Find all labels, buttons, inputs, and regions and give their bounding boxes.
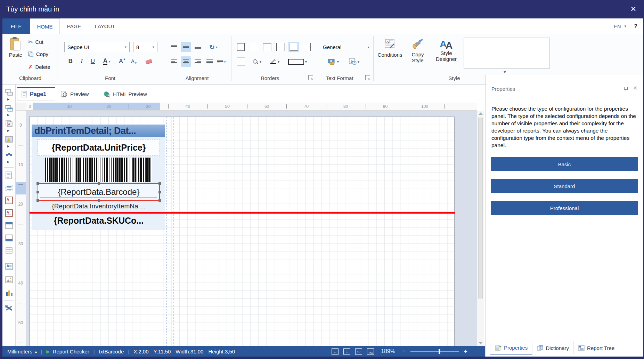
scroll-up-arrow[interactable] [479, 112, 483, 115]
resize-handle[interactable] [36, 191, 39, 193]
all-borders-button[interactable] [236, 42, 246, 52]
standard-config-button[interactable]: Standard [491, 179, 638, 193]
tab-page[interactable]: PAGE [60, 18, 88, 34]
align-left-button[interactable] [169, 56, 179, 67]
zoom-slider-thumb[interactable] [439, 349, 440, 354]
text-format-dialog-launcher[interactable]: ↘ [365, 75, 370, 80]
zoom-slider[interactable] [410, 351, 459, 352]
text-format-select[interactable]: General ▾ [321, 42, 372, 52]
close-icon[interactable]: ✕ [633, 85, 637, 91]
bottom-border-button[interactable] [288, 42, 299, 52]
pin-icon[interactable] [624, 87, 628, 91]
shapes-dropdown-arrow[interactable]: ▶ [7, 145, 9, 148]
tables-tool[interactable] [5, 104, 14, 113]
text-rotation-button[interactable]: ↻ ▾ [205, 42, 221, 52]
units-selector[interactable]: Millimeters ▴ [7, 349, 37, 354]
bold-button[interactable]: B [66, 56, 75, 66]
resize-handle[interactable] [98, 182, 100, 185]
border-style-button[interactable]: ▾ [285, 56, 310, 67]
cut-button[interactable]: ✂ Cut [28, 39, 43, 45]
tab-file[interactable]: FILE [2, 18, 30, 34]
underline-button[interactable]: U [88, 56, 97, 66]
close-icon[interactable]: ✕ [630, 5, 636, 13]
style-gallery-dropdown[interactable]: ▼ [503, 70, 507, 74]
text-a-tool[interactable]: A [5, 262, 14, 271]
data-band-header[interactable]: dbPrintTemDetail; Dat... [32, 125, 165, 137]
align-center-button[interactable] [181, 56, 191, 67]
align-middle-button[interactable] [181, 42, 191, 52]
unit-price-textbox[interactable]: {ReportData.UnitPrice} [38, 139, 160, 156]
border-color-button[interactable]: ▾ [267, 56, 282, 67]
font-size-select[interactable]: 8 ▾ [133, 42, 157, 52]
resize-handle[interactable] [158, 191, 161, 193]
horizontal-line-shape[interactable] [30, 212, 455, 214]
zoom-in-button[interactable]: + [464, 348, 467, 355]
font-family-select[interactable]: Segoe UI ▾ [64, 42, 130, 52]
vertical-scrollbar[interactable] [477, 111, 484, 346]
zoom-out-button[interactable]: − [402, 348, 406, 355]
infographics-tool[interactable]: A [5, 119, 14, 128]
components-dropdown-arrow[interactable]: ▶ [7, 160, 9, 163]
shrink-font-button[interactable]: A ▼ [129, 56, 139, 66]
align-right-button[interactable] [193, 56, 203, 67]
components-tool[interactable] [5, 151, 14, 160]
borders-dialog-launcher[interactable]: ↘ [308, 75, 313, 80]
fit-whole-page-button[interactable]: ▭ [355, 348, 362, 355]
report-page[interactable]: dbPrintTemDetail; Dat... {ReportData.Uni… [29, 117, 455, 346]
rich-text-2-tool[interactable]: A [5, 208, 14, 217]
bands-tool[interactable] [5, 88, 14, 97]
left-border-button[interactable] [275, 42, 286, 52]
tab-report-tree[interactable]: Report Tree [574, 341, 619, 354]
basic-config-button[interactable]: Basic [491, 157, 638, 171]
shapes-tool[interactable] [5, 135, 14, 144]
grow-font-button[interactable]: A ▲ [117, 56, 128, 66]
outside-border-button[interactable] [236, 56, 246, 67]
style-gallery[interactable] [464, 38, 550, 69]
scroll-down-arrow[interactable] [479, 342, 483, 344]
copy-button[interactable]: Copy [28, 51, 48, 57]
resize-handle[interactable] [158, 182, 161, 185]
delete-button[interactable]: ✗ Delete [28, 64, 50, 70]
currency-format-button[interactable]: ▾ [325, 56, 342, 67]
bands-dropdown-arrow[interactable]: ▶ [7, 98, 9, 101]
tab-properties[interactable]: Properties [490, 341, 532, 354]
panel-footer-tool[interactable] [5, 233, 14, 242]
italic-button[interactable]: I [77, 56, 86, 66]
text-tool[interactable] [5, 171, 14, 180]
font-color-button[interactable]: A ▾ [99, 56, 114, 66]
txtBarcode-selected-textbox[interactable]: {ReportData.Barcode} [38, 183, 160, 201]
tab-preview[interactable]: Preview [57, 87, 98, 101]
align-bottom-button[interactable] [193, 42, 203, 52]
chart-tool[interactable] [5, 288, 14, 297]
text-block-tool[interactable] [5, 183, 14, 192]
tools-button[interactable] [5, 304, 14, 313]
inventory-name-textbox[interactable]: {ReportData.InventoryItemNa ... [38, 201, 160, 211]
barcode-component[interactable] [45, 158, 152, 182]
professional-config-button[interactable]: Professional [491, 201, 638, 215]
tab-html-preview[interactable]: HTML Preview [99, 87, 158, 101]
align-top-button[interactable] [169, 42, 179, 52]
fit-page-width-button[interactable]: ↔ [332, 348, 339, 355]
image-tool[interactable] [5, 275, 14, 284]
tab-dictionary[interactable]: Dictionary [532, 341, 574, 354]
paste-button[interactable]: Paste [7, 37, 24, 57]
report-checker-button[interactable]: ▶ Report Checker [47, 349, 89, 354]
tab-page1[interactable]: Page1 [17, 87, 55, 101]
conditions-button[interactable]: A Conditions [377, 38, 403, 57]
no-borders-button[interactable] [249, 42, 259, 52]
fill-color-button[interactable]: ▾ [249, 56, 264, 67]
rich-text-tool[interactable]: A [5, 196, 14, 205]
infographics-dropdown-arrow[interactable]: ▶ [7, 129, 9, 132]
number-format-button[interactable]: 5 ▾ [346, 56, 362, 67]
scrollbar-thumb[interactable] [478, 118, 483, 298]
tab-home[interactable]: HOME [30, 18, 60, 34]
word-wrap-button[interactable]: ↵ [217, 56, 228, 67]
table-tool[interactable] [5, 246, 14, 255]
clear-format-button[interactable] [143, 56, 155, 66]
tables-dropdown-arrow[interactable]: ▶ [7, 113, 9, 117]
tab-layout[interactable]: LAYOUT [88, 18, 122, 34]
fit-page-height-button[interactable]: ↕ [343, 348, 350, 355]
copy-style-button[interactable]: Copy Style [407, 38, 429, 64]
panel-header-tool[interactable] [5, 221, 14, 230]
sku-code-textbox[interactable]: {ReportData.SKUCo... [38, 215, 160, 226]
